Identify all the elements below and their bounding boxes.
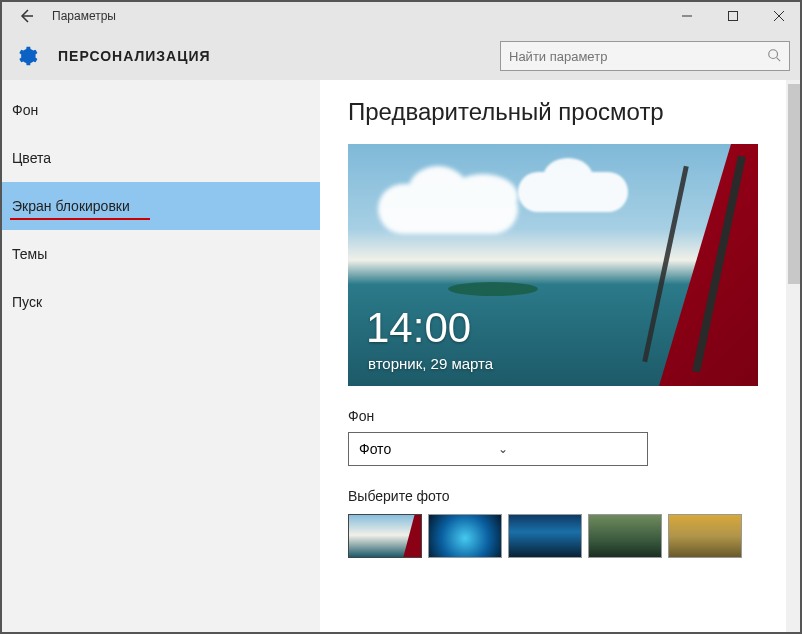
clock-time: 14:00 [366,304,471,352]
sidebar-item-label: Фон [12,102,38,118]
lockscreen-preview: 14:00 вторник, 29 марта [348,144,758,386]
body-area: Фон Цвета Экран блокировки Темы Пуск Пре… [0,80,802,634]
maximize-button[interactable] [710,0,756,32]
clock-date: вторник, 29 марта [368,355,493,372]
minimize-icon [682,11,692,21]
sidebar-item-label: Пуск [12,294,42,310]
svg-rect-1 [729,12,738,21]
search-icon [767,48,781,65]
sidebar-item-label: Экран блокировки [12,198,130,214]
scrollbar-track[interactable] [786,80,802,634]
sidebar-item-label: Темы [12,246,47,262]
arrow-left-icon [18,8,34,24]
photo-thumb[interactable] [348,514,422,558]
sidebar-item-themes[interactable]: Темы [0,230,320,278]
preview-title: Предварительный просмотр [348,98,778,126]
background-select[interactable]: Фото ⌄ [348,432,648,466]
content-area: Предварительный просмотр 14:00 вторник, … [320,80,802,634]
cloud-shape [378,184,518,234]
back-button[interactable] [8,0,44,32]
header-row: ПЕРСОНАЛИЗАЦИЯ [0,32,802,80]
scrollbar-thumb[interactable] [788,84,800,284]
chevron-down-icon: ⌄ [498,442,637,456]
photo-thumb[interactable] [508,514,582,558]
svg-point-4 [769,49,778,58]
select-value: Фото [359,441,498,457]
background-label: Фон [348,408,778,424]
annotation-underline [10,218,150,220]
section-title: ПЕРСОНАЛИЗАЦИЯ [58,48,500,64]
sidebar-item-colors[interactable]: Цвета [0,134,320,182]
sidebar-item-background[interactable]: Фон [0,86,320,134]
sidebar-item-start[interactable]: Пуск [0,278,320,326]
search-box[interactable] [500,41,790,71]
choose-photo-label: Выберите фото [348,488,778,504]
sidebar-item-label: Цвета [12,150,51,166]
window-controls [664,0,802,32]
photo-thumb[interactable] [428,514,502,558]
close-icon [774,11,784,21]
sidebar-item-lockscreen[interactable]: Экран блокировки [0,182,320,230]
photo-thumbnails [348,514,778,558]
maximize-icon [728,11,738,21]
photo-thumb[interactable] [668,514,742,558]
gear-icon [16,45,38,67]
sidebar: Фон Цвета Экран блокировки Темы Пуск [0,80,320,634]
svg-line-5 [777,57,781,61]
window-title: Параметры [52,9,664,23]
titlebar: Параметры [0,0,802,32]
cloud-shape [518,172,628,212]
photo-thumb[interactable] [588,514,662,558]
search-input[interactable] [509,49,767,64]
close-button[interactable] [756,0,802,32]
island-shape [448,282,538,296]
minimize-button[interactable] [664,0,710,32]
